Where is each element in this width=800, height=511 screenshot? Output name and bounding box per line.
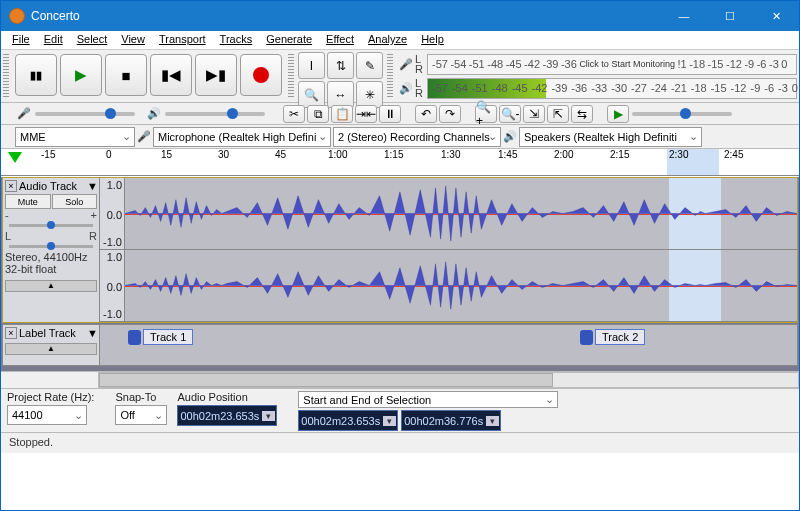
label-area[interactable]: Track 1 Track 2	[100, 325, 797, 365]
record-volume-slider[interactable]: 🎤	[11, 105, 141, 122]
collapse-button[interactable]: ▲	[5, 280, 97, 292]
mic-icon: 🎤	[137, 130, 151, 143]
silence-button[interactable]: ⏸	[379, 105, 401, 123]
menu-help[interactable]: Help	[414, 31, 451, 49]
label-marker[interactable]: Track 1	[128, 329, 193, 345]
label-marker[interactable]: Track 2	[580, 329, 645, 345]
timeline-ruler[interactable]: -15 0 15 30 45 1:00 1:15 1:30 1:45 2:00 …	[1, 149, 799, 176]
audio-track: × Audio Track ▼ Mute Solo -+ LR Stereo, …	[2, 177, 798, 323]
window-title: Concerto	[31, 9, 661, 23]
record-meter[interactable]: -57 -54 -51 -48 -45 -42 -39 -36 Click to…	[427, 54, 797, 75]
draw-tool[interactable]: ✎	[356, 52, 383, 79]
zoom-out-button[interactable]: 🔍-	[499, 105, 521, 123]
tools-toolbar: I ⇅ ✎ 🔍 ↔ ✳	[296, 48, 385, 102]
menu-select[interactable]: Select	[70, 31, 115, 49]
mic-icon[interactable]: 🎤	[397, 58, 415, 71]
menu-bar: File Edit Select View Transport Tracks G…	[1, 31, 799, 50]
undo-button[interactable]: ↶	[415, 105, 437, 123]
speaker-icon[interactable]: 🔊	[397, 82, 415, 95]
record-channels-combo[interactable]: 2 (Stereo) Recording Channels	[333, 127, 501, 147]
audio-position-field[interactable]: 00h02m23.653s▾	[177, 405, 277, 426]
snap-to-label: Snap-To	[115, 391, 167, 403]
record-button[interactable]	[240, 54, 282, 96]
pan-slider[interactable]	[9, 245, 93, 248]
selection-start-field[interactable]: 00h02m23.653s▾	[298, 410, 398, 431]
snap-to-combo[interactable]: Off	[115, 405, 167, 425]
pause-button[interactable]: ▮▮	[15, 54, 57, 96]
menu-tracks[interactable]: Tracks	[213, 31, 260, 49]
selection-end-field[interactable]: 00h02m36.776s▾	[401, 410, 501, 431]
track-control-panel[interactable]: × Audio Track ▼ Mute Solo -+ LR Stereo, …	[3, 178, 100, 322]
meter-lr: LR	[415, 54, 427, 74]
redo-button[interactable]: ↷	[439, 105, 461, 123]
project-rate-combo[interactable]: 44100	[7, 405, 87, 425]
selection-mode-combo[interactable]: Start and End of Selection	[298, 391, 558, 408]
zoom-in-button[interactable]: 🔍+	[475, 105, 497, 123]
solo-button[interactable]: Solo	[52, 194, 98, 209]
skip-start-button[interactable]: ▮◀	[150, 54, 192, 96]
minimize-button[interactable]: —	[661, 1, 707, 31]
fit-selection-button[interactable]: ⇲	[523, 105, 545, 123]
trim-button[interactable]: ⇥⇤	[355, 105, 377, 123]
speaker-icon: 🔊	[147, 107, 161, 120]
menu-file[interactable]: File	[5, 31, 37, 49]
zoom-toggle-button[interactable]: ⇆	[571, 105, 593, 123]
collapse-button[interactable]: ▲	[5, 343, 97, 355]
project-rate-label: Project Rate (Hz):	[7, 391, 94, 403]
copy-button[interactable]: ⧉	[307, 105, 329, 123]
menu-generate[interactable]: Generate	[259, 31, 319, 49]
app-icon	[9, 8, 25, 24]
track-close-button[interactable]: ×	[5, 180, 17, 192]
audio-position-label: Audio Position	[177, 391, 277, 403]
playback-volume-slider[interactable]: 🔊	[141, 105, 271, 122]
fit-project-button[interactable]: ⇱	[547, 105, 569, 123]
menu-edit[interactable]: Edit	[37, 31, 70, 49]
track-menu-button[interactable]: ▼	[87, 327, 97, 339]
track-close-button[interactable]: ×	[5, 327, 17, 339]
playback-device-combo[interactable]: Speakers (Realtek High Definiti	[519, 127, 702, 147]
label-track: × Label Track ▼ ▲ Track 1 Track 2	[2, 324, 798, 366]
envelope-tool[interactable]: ⇅	[327, 52, 354, 79]
stop-button[interactable]: ■	[105, 54, 147, 96]
playhead-icon[interactable]	[8, 152, 22, 163]
gain-slider[interactable]	[9, 224, 93, 227]
transport-toolbar: ▮▮ ▶ ■ ▮◀ ▶▮	[11, 50, 286, 102]
playback-meter[interactable]: -57-54 -51-48 -45-42 -39-36 -33-30 -27-2…	[427, 78, 797, 99]
horizontal-scrollbar[interactable]	[1, 371, 799, 388]
mute-button[interactable]: Mute	[5, 194, 51, 209]
meter-toolbar: 🎤 LR -57 -54 -51 -48 -45 -42 -39 -36 Cli…	[395, 50, 799, 102]
click-monitor: Click to Start Monitoring	[579, 59, 675, 69]
mic-icon: 🎤	[17, 107, 31, 120]
selection-tool[interactable]: I	[298, 52, 325, 79]
record-device-combo[interactable]: Microphone (Realtek High Defini	[153, 127, 331, 147]
menu-transport[interactable]: Transport	[152, 31, 213, 49]
audio-host-combo[interactable]: MME	[15, 127, 135, 147]
status-bar: Stopped.	[1, 432, 799, 453]
label-track-panel[interactable]: × Label Track ▼ ▲	[3, 325, 100, 365]
menu-analyze[interactable]: Analyze	[361, 31, 414, 49]
track-name[interactable]: Label Track	[19, 327, 85, 339]
skip-end-button[interactable]: ▶▮	[195, 54, 237, 96]
play-at-speed-button[interactable]: ▶	[607, 105, 629, 123]
cut-button[interactable]: ✂	[283, 105, 305, 123]
play-speed-slider[interactable]	[632, 112, 732, 116]
close-button[interactable]: ✕	[753, 1, 799, 31]
play-button[interactable]: ▶	[60, 54, 102, 96]
waveform-display[interactable]: 1.00.0-1.0 1.00.0-1.0	[100, 178, 797, 322]
menu-view[interactable]: View	[114, 31, 152, 49]
maximize-button[interactable]: ☐	[707, 1, 753, 31]
paste-button[interactable]: 📋	[331, 105, 353, 123]
track-info: Stereo, 44100Hz32-bit float	[5, 252, 97, 276]
track-menu-button[interactable]: ▼	[87, 180, 97, 192]
track-name[interactable]: Audio Track	[19, 180, 85, 192]
menu-effect[interactable]: Effect	[319, 31, 361, 49]
speaker-icon: 🔊	[503, 130, 517, 143]
